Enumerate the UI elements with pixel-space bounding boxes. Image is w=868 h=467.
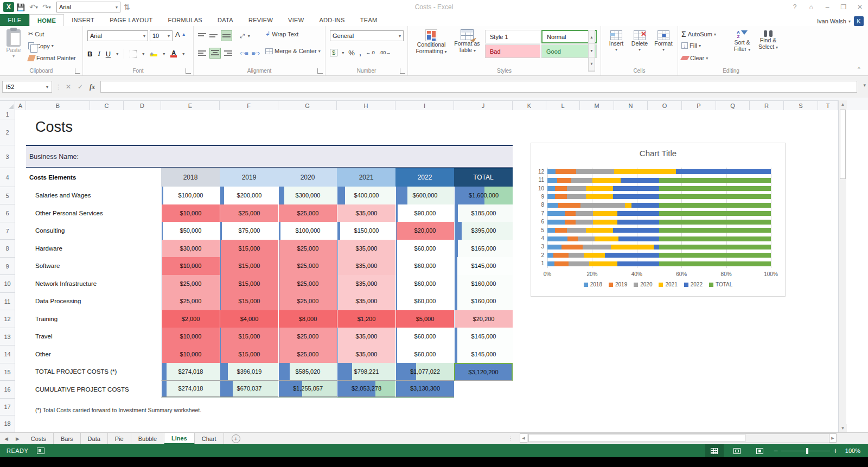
collapse-ribbon-icon[interactable]: ⌃: [857, 66, 861, 73]
fill-color-icon[interactable]: ◈: [150, 51, 157, 56]
table-cell[interactable]: $25,000: [278, 346, 337, 363]
row-header-12[interactable]: 12: [0, 310, 15, 328]
table-cell[interactable]: $35,000: [337, 240, 395, 258]
year-column-header[interactable]: TOTAL: [454, 168, 513, 187]
column-header-H[interactable]: H: [337, 100, 395, 110]
page-layout-view-button[interactable]: [728, 444, 746, 457]
sheet-tab-chart[interactable]: Chart: [195, 433, 224, 444]
column-header-S[interactable]: S: [784, 100, 818, 110]
row-header-15[interactable]: 15: [0, 363, 15, 381]
scroll-up-icon[interactable]: ▲: [839, 100, 847, 108]
autosum-button[interactable]: Σ AutoSum▾: [681, 30, 716, 39]
table-cell[interactable]: $15,000: [220, 292, 278, 310]
help-icon[interactable]: ?: [787, 1, 803, 13]
sheet-nav-right-icon[interactable]: ▶: [16, 436, 20, 442]
sort-filter-button[interactable]: AZ Sort & Filter ▾: [730, 30, 755, 53]
table-cell[interactable]: $274,018: [161, 381, 220, 399]
year-column-header[interactable]: 2022: [395, 168, 454, 187]
copy-button[interactable]: Copy▾: [28, 42, 54, 49]
row-header-5[interactable]: 5: [0, 187, 15, 204]
column-header-Q[interactable]: Q: [716, 100, 750, 110]
table-cell[interactable]: $8,000: [278, 310, 337, 328]
table-cell[interactable]: $145,000: [454, 346, 513, 363]
table-cell[interactable]: $145,000: [454, 328, 513, 346]
table-cell[interactable]: $145,000: [454, 257, 513, 275]
table-cell[interactable]: $10,000: [161, 257, 220, 275]
table-cell[interactable]: $60,000: [395, 240, 454, 258]
table-cell[interactable]: $15,000: [220, 328, 278, 346]
name-box[interactable]: I52▾: [2, 81, 52, 93]
align-right-icon[interactable]: [224, 50, 232, 56]
clear-button[interactable]: Clear▾: [681, 55, 708, 61]
worksheet-canvas[interactable]: Costs Business Name: Costs Elements20182…: [15, 110, 838, 432]
merge-center-button[interactable]: Merge & Center▾: [265, 48, 321, 54]
table-cell[interactable]: $25,000: [161, 275, 220, 293]
table-cell[interactable]: $10,000: [161, 204, 220, 222]
year-column-header[interactable]: 2020: [278, 168, 337, 187]
tab-file[interactable]: FILE: [0, 14, 29, 26]
table-cell[interactable]: $4,000: [220, 310, 278, 328]
align-left-icon[interactable]: [198, 50, 206, 56]
column-header-A[interactable]: A: [15, 100, 26, 110]
save-icon[interactable]: 💾: [14, 2, 27, 12]
enter-icon[interactable]: ✓: [74, 83, 86, 91]
table-cell[interactable]: $50,000: [161, 222, 220, 240]
scroll-right-icon[interactable]: ▶: [829, 433, 837, 443]
table-cell[interactable]: $15,000: [220, 257, 278, 275]
format-cells-button[interactable]: Format▾: [652, 30, 675, 53]
borders-icon[interactable]: [130, 50, 137, 57]
table-cell[interactable]: $395,000: [454, 222, 513, 240]
qat-font-combo[interactable]: Arial▾: [56, 2, 120, 12]
column-header-J[interactable]: J: [454, 100, 513, 110]
column-header-N[interactable]: N: [614, 100, 648, 110]
year-column-header[interactable]: 2021: [337, 168, 395, 187]
table-cell[interactable]: $600,000: [395, 187, 454, 204]
row-header-10[interactable]: 10: [0, 275, 15, 293]
table-cell[interactable]: $100,000: [278, 222, 337, 240]
table-cell[interactable]: $165,000: [454, 240, 513, 258]
select-all-button[interactable]: [0, 100, 15, 110]
cut-button[interactable]: ✂Cut: [28, 30, 44, 37]
table-cell[interactable]: $75,000: [220, 222, 278, 240]
row-header-14[interactable]: 14: [0, 346, 15, 363]
table-cell[interactable]: $60,000: [395, 275, 454, 293]
row-header-3[interactable]: 3: [0, 145, 15, 168]
underline-button[interactable]: U: [106, 50, 111, 58]
table-cell[interactable]: $25,000: [161, 292, 220, 310]
vertical-scrollbar[interactable]: ▲ ▼: [838, 100, 846, 432]
expand-formula-bar-icon[interactable]: ▾: [863, 82, 866, 88]
table-cell[interactable]: $396,019: [220, 363, 278, 381]
column-header-I[interactable]: I: [395, 100, 454, 110]
tabbar-splitter-icon[interactable]: ⋮: [506, 433, 515, 444]
wrap-text-button[interactable]: ↲Wrap Text: [265, 30, 298, 37]
table-cell[interactable]: $60,000: [395, 346, 454, 363]
row-header-6[interactable]: 6: [0, 204, 15, 222]
table-cell[interactable]: $35,000: [337, 328, 395, 346]
zoom-slider[interactable]: [781, 451, 830, 451]
zoom-in-icon[interactable]: +: [833, 446, 838, 455]
row-header-18[interactable]: 18: [0, 415, 15, 432]
table-cell[interactable]: $35,000: [337, 346, 395, 363]
sheet-tab-costs[interactable]: Costs: [24, 433, 54, 444]
table-cell[interactable]: $35,000: [337, 257, 395, 275]
align-middle-icon[interactable]: [209, 33, 218, 39]
table-cell[interactable]: $25,000: [278, 328, 337, 346]
table-cell[interactable]: $200,000: [220, 187, 278, 204]
tab-review[interactable]: REVIEW: [241, 14, 280, 26]
table-cell[interactable]: $35,000: [337, 204, 395, 222]
number-dialog-launcher-icon[interactable]: [400, 68, 405, 74]
table-cell[interactable]: $2,000: [161, 310, 220, 328]
borders-caret-icon[interactable]: ▾: [142, 52, 144, 56]
restore-icon[interactable]: ❐: [835, 1, 852, 13]
styles-gallery-scrollbar[interactable]: ▲ ▼ ▾̅: [588, 30, 595, 72]
table-cell[interactable]: $60,000: [395, 257, 454, 275]
font-name-combo[interactable]: Arial▾: [87, 30, 148, 41]
vertical-scroll-thumb[interactable]: [840, 110, 846, 179]
table-cell[interactable]: $10,000: [161, 346, 220, 363]
row-header-7[interactable]: 7: [0, 222, 15, 240]
decrease-indent-icon[interactable]: ⇦≡: [240, 50, 248, 57]
column-header-L[interactable]: L: [546, 100, 580, 110]
accounting-format-icon[interactable]: $: [330, 49, 337, 56]
row-header-9[interactable]: 9: [0, 258, 15, 275]
table-cell[interactable]: $90,000: [395, 204, 454, 222]
